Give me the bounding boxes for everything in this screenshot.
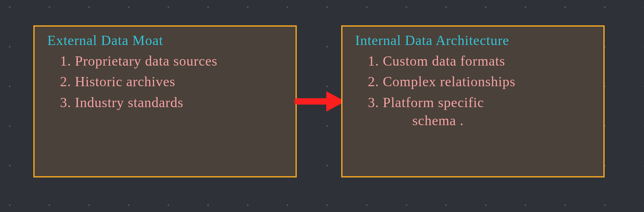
- grid-dot: [168, 204, 169, 206]
- grid-dot: [9, 165, 10, 166]
- right-box-title: Internal Data Architecture: [355, 32, 594, 48]
- grid-dot: [326, 86, 328, 87]
- grid-dot: [485, 6, 487, 8]
- grid-dot: [9, 204, 10, 206]
- grid-dot: [406, 6, 407, 8]
- grid-dot: [604, 204, 606, 206]
- grid-dot: [88, 6, 90, 8]
- grid-dot: [326, 46, 328, 48]
- left-box: External Data Moat 1. Proprietary data s…: [33, 25, 297, 177]
- grid-dot: [445, 6, 447, 8]
- grid-dot: [247, 204, 249, 206]
- grid-dot: [326, 6, 328, 8]
- grid-dot: [287, 204, 288, 206]
- grid-dot: [9, 46, 10, 48]
- grid-dot: [49, 6, 50, 8]
- grid-dot: [49, 204, 50, 206]
- grid-dot: [406, 204, 407, 206]
- right-box-item-2: 2. Complex relationships: [368, 72, 594, 91]
- grid-dot: [525, 6, 526, 8]
- left-box-item-1: 1. Proprietary data sources: [60, 52, 286, 70]
- grid-dot: [326, 204, 328, 206]
- right-box-item-3-continue: schema .: [412, 112, 594, 129]
- grid-dot: [128, 204, 129, 206]
- grid-dot: [168, 6, 169, 8]
- right-box-item-1: 1. Custom data formats: [368, 52, 594, 70]
- left-box-title: External Data Moat: [47, 32, 286, 48]
- grid-dot: [564, 204, 566, 206]
- diagram-canvas: // generate dot grid: start offset ~25px…: [0, 0, 644, 212]
- grid-dot: [445, 204, 447, 206]
- right-box: Internal Data Architecture 1. Custom dat…: [341, 25, 605, 177]
- right-box-item-3: 3. Platform specific: [368, 93, 594, 112]
- grid-dot: [207, 6, 209, 8]
- grid-dot: [247, 6, 249, 8]
- grid-dot: [604, 6, 606, 8]
- grid-dot: [485, 204, 487, 206]
- grid-dot: [207, 204, 209, 206]
- grid-dot: [326, 125, 328, 127]
- grid-dot: [9, 6, 10, 8]
- grid-dot: [287, 6, 288, 8]
- grid-dot: [366, 6, 368, 8]
- grid-dot: [326, 165, 328, 166]
- grid-dot: [525, 204, 526, 206]
- grid-dot: [88, 204, 90, 206]
- grid-dot: [564, 6, 566, 8]
- left-box-item-2: 2. Historic archives: [60, 72, 286, 91]
- grid-dot: [128, 6, 129, 8]
- arrow-icon: [295, 89, 345, 114]
- left-box-item-3: 3. Industry standards: [60, 93, 286, 112]
- grid-dot: [366, 204, 368, 206]
- grid-dot: [9, 86, 10, 87]
- grid-dot: [9, 125, 10, 127]
